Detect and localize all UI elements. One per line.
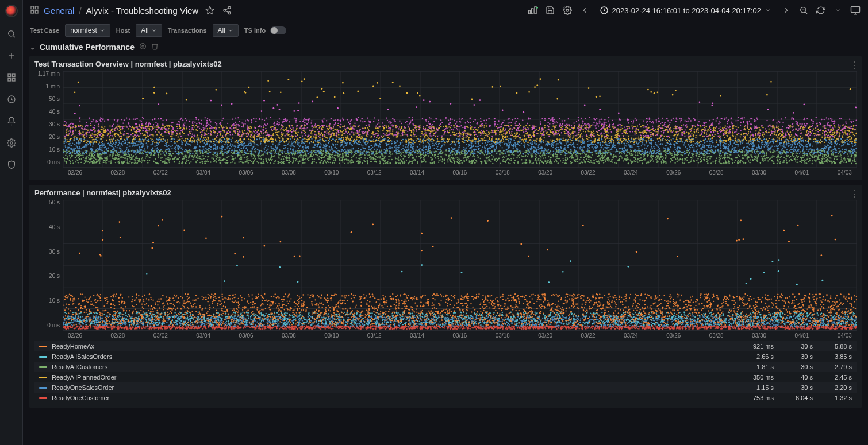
svg-point-4830 — [800, 143, 801, 144]
svg-point-17418 — [707, 323, 708, 324]
chevron-left-icon[interactable] — [579, 5, 590, 16]
svg-point-573 — [817, 156, 819, 157]
svg-point-6997 — [723, 140, 724, 141]
svg-point-2506 — [400, 154, 401, 156]
zoom-out-icon[interactable] — [798, 5, 809, 16]
svg-point-15722 — [529, 301, 531, 303]
svg-point-13079 — [236, 318, 237, 319]
svg-point-2211 — [529, 162, 530, 163]
svg-point-14376 — [329, 321, 331, 322]
chart-area-1[interactable]: 1.17 min1 min50 s40 s30 s20 s10 s0 ms 02… — [34, 71, 857, 176]
svg-point-15269 — [83, 312, 85, 313]
svg-point-10307 — [479, 328, 481, 329]
breadcrumb-folder[interactable]: General — [44, 6, 74, 16]
gear-icon[interactable] — [562, 5, 573, 16]
save-icon[interactable] — [544, 5, 556, 16]
svg-point-10443 — [179, 327, 180, 328]
svg-point-4662 — [506, 143, 507, 144]
svg-point-581 — [842, 160, 843, 161]
legend-row[interactable]: ReadyOneCustomer753 ms6.04 s1.32 s — [34, 393, 857, 403]
svg-point-4344 — [360, 149, 362, 150]
svg-point-7453 — [221, 140, 222, 141]
svg-point-17732 — [706, 306, 708, 307]
legend-row[interactable]: ReadyHomeAx921 ms30 s5.88 s — [34, 341, 857, 351]
chart-area-2[interactable]: 50 s40 s30 s20 s10 s0 ms 02/2602/2803/02… — [34, 199, 857, 339]
svg-point-6793 — [329, 131, 330, 132]
svg-point-17638 — [625, 296, 626, 297]
svg-point-8013 — [515, 118, 516, 119]
host-dropdown[interactable]: All — [136, 24, 162, 37]
svg-point-1367 — [498, 158, 499, 159]
svg-point-14225 — [768, 314, 769, 315]
svg-rect-10 — [31, 6, 34, 9]
svg-point-17445 — [395, 306, 396, 307]
refresh-dropdown-icon[interactable] — [832, 5, 844, 16]
svg-point-2441 — [342, 158, 343, 160]
svg-point-17468 — [397, 315, 398, 316]
explore-icon[interactable] — [6, 94, 17, 105]
legend-row[interactable]: ReadyAllPlannedOrder350 ms40 s2.45 s — [34, 372, 857, 382]
svg-point-4872 — [314, 147, 315, 148]
shield-icon[interactable] — [6, 160, 17, 170]
svg-point-16218 — [292, 312, 293, 313]
row-settings-icon[interactable] — [139, 42, 147, 52]
svg-point-8980 — [251, 120, 252, 121]
row-header[interactable]: ⌄ Cumulative Performance — [23, 40, 868, 54]
svg-point-8280 — [626, 129, 627, 130]
svg-point-14684 — [222, 323, 224, 324]
svg-point-17376 — [306, 307, 308, 308]
grafana-logo[interactable] — [5, 5, 18, 17]
panel-menu-icon[interactable]: ⋮ — [850, 188, 858, 199]
settings-icon[interactable] — [6, 138, 17, 148]
svg-point-17610 — [596, 302, 597, 303]
svg-point-2828 — [251, 150, 252, 152]
svg-point-7109 — [761, 140, 762, 141]
svg-point-17125 — [183, 324, 184, 326]
scatter-plot[interactable] — [63, 199, 857, 331]
plus-icon[interactable] — [6, 51, 17, 61]
dashboard-grid-icon[interactable] — [30, 5, 39, 16]
alerting-icon[interactable] — [6, 116, 17, 126]
panel-menu-icon[interactable]: ⋮ — [850, 60, 858, 71]
testcase-dropdown[interactable]: normfest — [65, 24, 110, 37]
svg-point-1829 — [800, 157, 801, 158]
svg-point-5116 — [304, 143, 305, 144]
tsinfo-toggle[interactable] — [270, 26, 286, 34]
svg-point-2431 — [815, 161, 816, 162]
svg-point-9006 — [414, 134, 415, 135]
svg-point-11990 — [657, 323, 658, 324]
share-icon[interactable] — [221, 5, 233, 16]
time-range-picker[interactable]: 2023-02-24 16:16:01 to 2023-04-04 20:17:… — [596, 3, 775, 17]
svg-point-4838 — [358, 152, 359, 153]
monitor-icon[interactable] — [850, 5, 861, 16]
search-icon[interactable] — [6, 29, 17, 39]
legend-row[interactable]: ReadyOneSalesOrder1.15 s30 s2.20 s — [34, 382, 857, 393]
svg-point-17228 — [551, 309, 552, 310]
svg-point-15527 — [440, 300, 441, 301]
svg-point-2646 — [604, 159, 605, 160]
legend-row[interactable]: ReadyAllSalesOrders2.66 s30 s3.85 s — [34, 351, 857, 362]
scatter-plot[interactable] — [63, 71, 857, 168]
svg-point-6688 — [450, 127, 451, 128]
star-icon[interactable] — [204, 5, 216, 16]
svg-point-11142 — [746, 327, 747, 328]
add-panel-icon[interactable] — [527, 5, 539, 16]
dashboards-icon[interactable] — [6, 72, 17, 83]
svg-point-12894 — [353, 325, 354, 326]
legend-row[interactable]: ReadyAllCustomers1.81 s30 s2.79 s — [34, 362, 857, 372]
svg-point-4774 — [545, 144, 546, 145]
svg-point-7713 — [192, 121, 193, 122]
svg-point-5600 — [473, 129, 474, 130]
svg-point-12505 — [688, 321, 689, 322]
svg-point-17695 — [112, 319, 113, 320]
svg-point-5542 — [517, 141, 519, 142]
transactions-dropdown[interactable]: All — [213, 24, 239, 37]
row-delete-icon[interactable] — [151, 42, 159, 52]
svg-point-16330 — [205, 299, 206, 300]
svg-point-2987 — [166, 153, 167, 154]
svg-point-16073 — [715, 324, 716, 325]
svg-point-16749 — [452, 315, 454, 316]
chevron-right-icon[interactable] — [781, 5, 792, 16]
refresh-icon[interactable] — [815, 5, 827, 16]
svg-point-14493 — [806, 324, 808, 325]
